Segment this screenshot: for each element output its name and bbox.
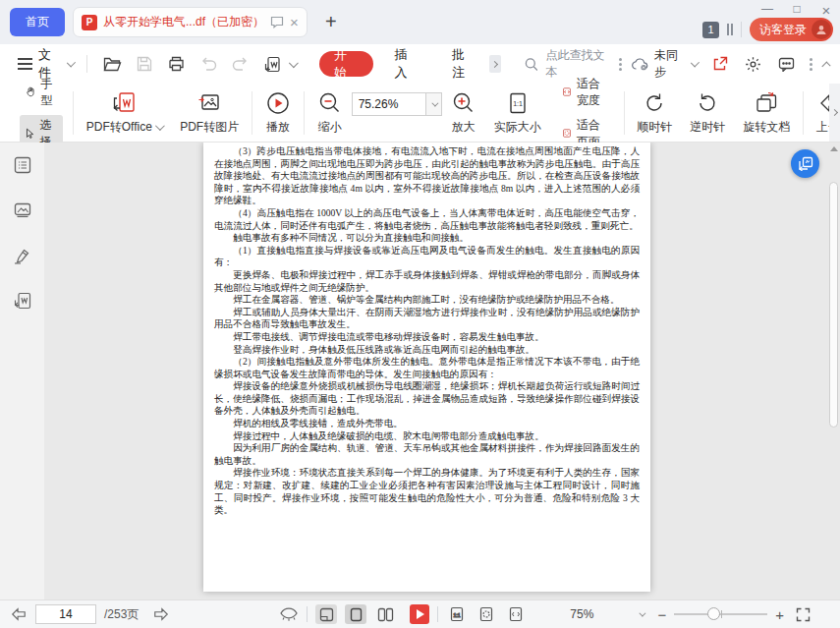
zoom-dropdown-icon[interactable] — [640, 609, 646, 616]
outline-panel-icon[interactable] — [12, 154, 33, 176]
page-total-label: /253页 — [104, 606, 139, 623]
more-options-icon[interactable] — [810, 58, 812, 71]
search-options-icon[interactable] — [619, 58, 622, 71]
export-word-panel-icon[interactable] — [12, 290, 33, 312]
undo-icon[interactable] — [197, 52, 220, 76]
view-mode-continuous[interactable] — [315, 604, 337, 624]
toolbar-expand-button[interactable] — [829, 84, 840, 142]
export-dropdown-icon[interactable] — [289, 58, 299, 68]
rotate-clockwise-button[interactable]: 顺时针 — [628, 90, 681, 136]
paragraph: 焊工在金属容器、管道、锅炉等金属结构内部施工时，没有绝缘防护或绝缘防护用品不合格… — [214, 294, 640, 307]
home-tab[interactable]: 首页 — [10, 8, 65, 36]
page-text: （3）跨步电压触电指当带电体接地，有电流流入地下时，电流在接地点周围地面产生电压… — [203, 143, 650, 517]
actual-size-label: 实际大小 — [494, 119, 541, 136]
rotate-document-label: 旋转文档 — [743, 119, 790, 136]
redo-icon[interactable] — [229, 52, 252, 76]
fullscreen-button[interactable] — [796, 607, 811, 622]
hand-tool-button[interactable]: 手型 — [20, 74, 63, 111]
zoom-in-button[interactable]: 放大 — [442, 90, 485, 136]
hand-tool-label: 手型 — [40, 76, 57, 109]
paragraph: 焊工或辅助人员身体大量出汗、在阴雨天潮湿地方进行焊接作业时，没有绝缘防护用品或绝… — [214, 307, 640, 331]
scroll-up-icon[interactable] — [830, 146, 838, 151]
view-mode-two-page[interactable] — [374, 604, 396, 624]
play-label: 播放 — [266, 119, 290, 136]
rotate-document-button[interactable]: 旋转文档 — [734, 90, 799, 136]
pdf-to-office-button[interactable]: PDF转Office — [78, 90, 171, 136]
close-button[interactable]: × — [818, 2, 834, 19]
tab-comment-icon[interactable] — [270, 16, 284, 29]
fit-width-button[interactable]: 适合宽度 — [556, 74, 614, 111]
convert-float-icon — [798, 156, 813, 171]
zoom-out-icon — [317, 90, 343, 116]
print-icon[interactable] — [165, 52, 188, 76]
slider-knob[interactable] — [707, 607, 720, 620]
guest-login-button[interactable]: 访客登录 — [750, 18, 833, 41]
zoom-percent-label[interactable]: 75% — [570, 607, 593, 621]
pdf-to-image-button[interactable]: PDF转图片 — [171, 90, 248, 136]
fit-page-status-button[interactable] — [476, 604, 497, 624]
paragraph: 焊机的相线及零线接错，造成外壳带电。 — [214, 418, 640, 430]
fit-width-status-button[interactable] — [505, 604, 527, 624]
open-file-icon[interactable] — [101, 52, 124, 76]
zoom-slider[interactable] — [674, 613, 767, 615]
search-icon — [525, 57, 538, 72]
paragraph: 焊工带电接线、调节焊接电流或带电移动焊接设备时，容易发生触电事故。 — [214, 331, 640, 344]
minimize-button[interactable]: — — [759, 2, 775, 19]
zoom-out-status-button[interactable]: − — [657, 606, 666, 623]
zoom-in-label: 放大 — [452, 119, 476, 136]
svg-text:1:1: 1:1 — [454, 612, 461, 618]
paragraph: 焊接设备的绝缘意外烧损或机械损伤导电线圈潮湿，绝缘损坏；焊机长期超负荷运行或短路… — [214, 380, 640, 418]
collapse-ribbon-icon[interactable] — [821, 61, 831, 71]
save-icon[interactable] — [134, 52, 156, 76]
actual-size-status-button[interactable]: 1:1 — [446, 604, 468, 624]
play-button[interactable]: 播放 — [256, 90, 300, 136]
prev-page-button[interactable] — [10, 606, 28, 622]
notification-badge[interactable]: 1 — [702, 22, 719, 38]
export-word-icon[interactable] — [261, 52, 284, 76]
images-panel-icon[interactable] — [12, 200, 33, 221]
next-page-button[interactable] — [152, 606, 170, 622]
new-tab-button[interactable]: + — [319, 11, 343, 33]
page-number-input[interactable] — [35, 604, 96, 624]
view-mode-single-page[interactable] — [345, 604, 366, 624]
divider — [803, 91, 804, 135]
document-viewer[interactable]: （3）跨步电压触电指当带电体接地，有电流流入地下时，电流在接地点周围地面产生电压… — [44, 143, 840, 599]
document-tab[interactable]: P 从零开始学电气...df（已加密） × — [73, 7, 308, 37]
feedback-icon[interactable] — [776, 52, 798, 76]
chevron-down-icon — [67, 58, 76, 67]
sync-status[interactable]: 未同步 — [632, 47, 698, 81]
window-split-icon[interactable] — [727, 24, 733, 35]
tab-insert[interactable]: 插入 — [383, 46, 430, 82]
play-icon — [265, 90, 291, 116]
pdf-to-office-label: PDF转Office — [86, 120, 152, 134]
tab-annotate[interactable]: 批注 — [440, 46, 479, 82]
fit-width-icon — [562, 85, 572, 99]
more-tabs-button[interactable] — [489, 55, 500, 73]
divider — [304, 91, 305, 135]
signature-panel-icon[interactable] — [12, 245, 33, 266]
sync-dropdown-icon — [691, 58, 700, 67]
zoom-out-button[interactable]: 缩小 — [308, 90, 352, 136]
share-icon[interactable] — [709, 52, 731, 76]
pdf-convert-float-button[interactable] — [791, 149, 819, 178]
eye-protect-button[interactable] — [279, 606, 299, 622]
actual-size-button[interactable]: 1:1 实际大小 — [485, 90, 550, 136]
tab-start[interactable]: 开始 — [319, 51, 372, 77]
presentation-play-button[interactable] — [410, 604, 429, 624]
eye-icon — [279, 606, 299, 622]
maximize-button[interactable]: □ — [789, 2, 805, 19]
scrollbar-thumb[interactable] — [829, 182, 838, 428]
status-bar: /253页 1:1 75% — [0, 599, 840, 628]
zoom-level-value: 75.26% — [353, 97, 425, 111]
paragraph: 登高焊接作业时，身体触及低压线路或靠近高压电网而引起的触电事故。 — [214, 344, 640, 357]
document-tab-label: 从零开始学电气...df（已加密） — [103, 14, 264, 30]
zoom-combo-dropdown-icon[interactable] — [425, 93, 441, 115]
vertical-scrollbar[interactable] — [827, 143, 840, 599]
settings-gear-icon[interactable] — [743, 52, 764, 76]
zoom-in-status-button[interactable]: + — [775, 606, 784, 623]
tab-close-icon[interactable]: × — [290, 14, 299, 30]
zoom-level-combo[interactable]: 75.26% — [352, 92, 442, 116]
pdf-page[interactable]: （3）跨步电压触电指当带电体接地，有电流流入地下时，电流在接地点周围地面产生电压… — [203, 143, 650, 592]
rotate-counterclockwise-button[interactable]: 逆时针 — [681, 90, 734, 136]
rotate-clockwise-label: 顺时针 — [637, 119, 672, 136]
